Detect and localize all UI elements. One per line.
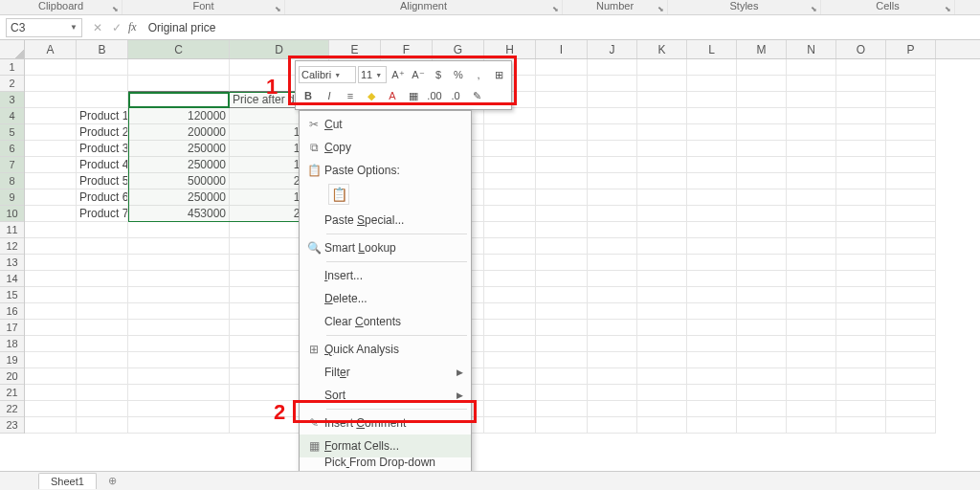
cell[interactable] — [687, 320, 737, 336]
cell[interactable] — [787, 417, 836, 434]
cell[interactable] — [787, 320, 836, 336]
cell[interactable] — [637, 368, 687, 385]
cell[interactable] — [687, 385, 737, 401]
cell[interactable] — [637, 222, 687, 238]
cell[interactable] — [737, 206, 787, 222]
cell[interactable] — [588, 124, 637, 141]
cell[interactable] — [484, 108, 536, 124]
cell[interactable] — [886, 385, 936, 401]
col-header-A[interactable]: A — [25, 40, 77, 58]
cell[interactable] — [737, 368, 787, 385]
row-header[interactable]: 18 — [0, 336, 24, 352]
cell[interactable] — [588, 157, 637, 173]
cell[interactable] — [536, 124, 588, 141]
cell[interactable] — [536, 238, 588, 255]
cell[interactable] — [737, 59, 787, 76]
cell[interactable] — [836, 59, 886, 76]
cell[interactable] — [25, 141, 77, 157]
cell[interactable] — [787, 287, 836, 303]
row-header[interactable]: 5 — [0, 124, 24, 141]
cell[interactable] — [484, 222, 536, 238]
cell[interactable] — [25, 238, 77, 255]
cell[interactable] — [637, 92, 687, 108]
col-header-L[interactable]: L — [687, 40, 737, 58]
row-header[interactable]: 2 — [0, 76, 24, 92]
cell[interactable] — [787, 368, 836, 385]
cell[interactable] — [687, 222, 737, 238]
row-header[interactable]: 7 — [0, 157, 24, 173]
cell[interactable] — [128, 303, 230, 320]
cell[interactable] — [484, 368, 536, 385]
cell[interactable] — [536, 206, 588, 222]
row-header[interactable]: 4 — [0, 108, 24, 124]
cell[interactable] — [588, 287, 637, 303]
cell[interactable] — [836, 287, 886, 303]
cell[interactable] — [588, 401, 637, 417]
row-header[interactable]: 20 — [0, 368, 24, 385]
cell[interactable] — [787, 303, 836, 320]
cell[interactable] — [836, 368, 886, 385]
cell[interactable] — [637, 141, 687, 157]
cell[interactable] — [687, 92, 737, 108]
cell[interactable] — [588, 76, 637, 92]
cell[interactable] — [737, 108, 787, 124]
cell[interactable] — [77, 303, 128, 320]
cell[interactable] — [25, 189, 77, 206]
cell[interactable] — [886, 336, 936, 352]
cell[interactable] — [536, 303, 588, 320]
cell[interactable]: 453000 — [128, 206, 230, 222]
cell[interactable] — [687, 124, 737, 141]
cell[interactable]: 500000 — [128, 173, 230, 189]
cell[interactable] — [536, 385, 588, 401]
cell[interactable] — [77, 352, 128, 368]
cell[interactable] — [484, 189, 536, 206]
cell[interactable] — [536, 173, 588, 189]
cell[interactable] — [536, 368, 588, 385]
cell[interactable] — [886, 108, 936, 124]
menu-item-insert[interactable]: Insert... — [300, 264, 471, 287]
cell[interactable] — [886, 287, 936, 303]
cell[interactable] — [128, 401, 230, 417]
cell[interactable] — [484, 255, 536, 271]
cell[interactable] — [836, 173, 886, 189]
cell[interactable] — [737, 124, 787, 141]
cell[interactable] — [25, 255, 77, 271]
cell[interactable] — [484, 417, 536, 434]
cell[interactable] — [25, 287, 77, 303]
row-header[interactable]: 15 — [0, 287, 24, 303]
cell[interactable] — [536, 189, 588, 206]
cell[interactable] — [886, 303, 936, 320]
cell[interactable] — [77, 368, 128, 385]
cell[interactable] — [128, 368, 230, 385]
cell[interactable] — [484, 401, 536, 417]
cell[interactable] — [737, 255, 787, 271]
cell[interactable] — [536, 108, 588, 124]
cell[interactable] — [25, 206, 77, 222]
cell[interactable] — [588, 320, 637, 336]
cell[interactable] — [737, 303, 787, 320]
cell[interactable] — [836, 401, 886, 417]
cell[interactable] — [588, 271, 637, 287]
cell[interactable] — [737, 271, 787, 287]
cell[interactable] — [25, 303, 77, 320]
cell[interactable] — [484, 320, 536, 336]
cell[interactable] — [77, 92, 128, 108]
cell[interactable]: Product 4 — [77, 157, 128, 173]
cell[interactable] — [836, 385, 886, 401]
cell[interactable] — [536, 320, 588, 336]
row-header[interactable]: 23 — [0, 417, 24, 434]
mini-toolbar-btn[interactable]: $ — [429, 65, 448, 84]
col-header-M[interactable]: M — [737, 40, 787, 58]
cell[interactable] — [484, 206, 536, 222]
cell[interactable] — [886, 255, 936, 271]
row-header[interactable]: 17 — [0, 320, 24, 336]
cell[interactable] — [536, 352, 588, 368]
cell[interactable] — [787, 271, 836, 287]
cell[interactable] — [588, 336, 637, 352]
cell[interactable] — [886, 124, 936, 141]
cell[interactable] — [886, 206, 936, 222]
cell[interactable] — [787, 173, 836, 189]
cell[interactable] — [536, 59, 588, 76]
menu-item-quick-analysis[interactable]: ⊞Quick Analysis — [300, 338, 471, 361]
cell[interactable] — [787, 385, 836, 401]
